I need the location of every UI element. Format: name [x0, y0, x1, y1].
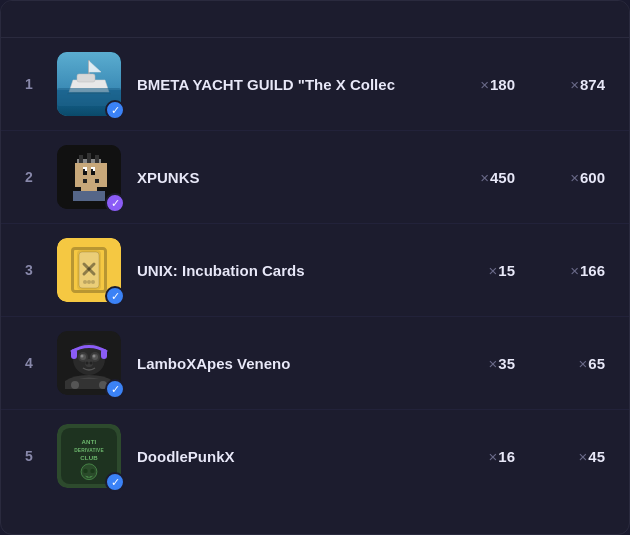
- verified-badge: ✓: [105, 100, 125, 120]
- table-header: [1, 1, 629, 38]
- svg-rect-13: [75, 163, 79, 167]
- collection-info: BMETA YACHT GUILD "The X Collec: [137, 76, 415, 93]
- floor-value: ×450: [415, 169, 515, 186]
- svg-rect-16: [79, 155, 83, 163]
- svg-point-59: [86, 362, 89, 365]
- floor-value: ×16: [415, 448, 515, 465]
- table-body: 1: [1, 38, 629, 502]
- verified-badge: ✓: [105, 193, 125, 213]
- svg-point-57: [93, 355, 96, 358]
- floor-value: ×35: [415, 355, 515, 372]
- nft-leaderboard: 1: [0, 0, 630, 535]
- svg-rect-17: [87, 153, 91, 163]
- volume-value: ×600: [515, 169, 605, 186]
- svg-rect-40: [81, 187, 97, 191]
- svg-rect-39: [75, 183, 107, 187]
- collection-name: UNIX: Incubation Cards: [137, 262, 415, 279]
- svg-rect-14: [79, 163, 103, 167]
- svg-point-63: [71, 381, 79, 389]
- svg-rect-33: [79, 179, 83, 183]
- volume-multiplier: ×: [570, 76, 579, 93]
- collection-info: XPUNKS: [137, 169, 415, 186]
- volume-multiplier: ×: [570, 169, 579, 186]
- svg-rect-15: [103, 163, 107, 167]
- volume-multiplier: ×: [579, 448, 588, 465]
- rank-number: 2: [25, 169, 45, 185]
- floor-multiplier: ×: [480, 169, 489, 186]
- collection-name: BMETA YACHT GUILD "The X Collec: [137, 76, 415, 93]
- svg-rect-38: [103, 179, 107, 183]
- svg-point-56: [81, 355, 84, 358]
- svg-point-70: [83, 469, 87, 473]
- table-row[interactable]: 3 ✓ UNIX: Incubation: [1, 224, 629, 317]
- checkmark-icon: ✓: [111, 477, 120, 488]
- volume-multiplier: ×: [579, 355, 588, 372]
- svg-rect-36: [95, 179, 99, 183]
- svg-rect-22: [87, 167, 91, 175]
- svg-rect-30: [79, 175, 103, 179]
- collection-name: XPUNKS: [137, 169, 415, 186]
- collection-image-wrapper: ✓: [57, 52, 121, 116]
- table-row[interactable]: 2: [1, 131, 629, 224]
- volume-value: ×65: [515, 355, 605, 372]
- collection-name: LamboXApes Veneno: [137, 355, 415, 372]
- floor-value: ×180: [415, 76, 515, 93]
- svg-line-45: [84, 264, 94, 274]
- collection-image-wrapper: ✓: [57, 238, 121, 302]
- floor-multiplier: ×: [489, 262, 498, 279]
- svg-rect-26: [103, 167, 107, 175]
- floor-multiplier: ×: [489, 448, 498, 465]
- collection-info: DoodlePunkX: [137, 448, 415, 465]
- svg-rect-24: [95, 167, 99, 175]
- collection-image-wrapper: ✓: [57, 331, 121, 395]
- svg-rect-41: [73, 191, 105, 201]
- table-row[interactable]: 4: [1, 317, 629, 410]
- svg-text:CLUB: CLUB: [80, 454, 98, 461]
- svg-text:DERIVATIVE: DERIVATIVE: [74, 448, 104, 453]
- checkmark-icon: ✓: [111, 384, 120, 395]
- svg-point-49: [91, 280, 95, 284]
- floor-multiplier: ×: [480, 76, 489, 93]
- verified-badge: ✓: [105, 472, 125, 492]
- rank-number: 4: [25, 355, 45, 371]
- svg-text:ANTI: ANTI: [82, 438, 97, 445]
- svg-rect-31: [103, 175, 107, 179]
- collection-info: LamboXApes Veneno: [137, 355, 415, 372]
- svg-rect-35: [87, 179, 95, 183]
- rank-number: 3: [25, 262, 45, 278]
- checkmark-icon: ✓: [111, 198, 120, 209]
- volume-multiplier: ×: [570, 262, 579, 279]
- collection-image-wrapper: ✓: [57, 145, 121, 209]
- svg-point-71: [90, 469, 94, 473]
- svg-line-46: [84, 264, 94, 274]
- svg-rect-43: [77, 250, 101, 290]
- volume-value: ×45: [515, 448, 605, 465]
- collection-info: UNIX: Incubation Cards: [137, 262, 415, 279]
- volume-value: ×874: [515, 76, 605, 93]
- verified-badge: ✓: [105, 379, 125, 399]
- svg-rect-28: [91, 169, 93, 171]
- rank-number: 1: [25, 76, 45, 92]
- svg-rect-19: [75, 167, 79, 175]
- svg-point-60: [90, 362, 93, 365]
- svg-point-47: [83, 280, 87, 284]
- svg-rect-29: [75, 175, 79, 179]
- svg-point-48: [87, 280, 91, 284]
- svg-rect-27: [83, 169, 85, 171]
- checkmark-icon: ✓: [111, 105, 120, 116]
- rank-number: 5: [25, 448, 45, 464]
- collection-image-wrapper: ANTI DERIVATIVE CLUB ✓: [57, 424, 121, 488]
- checkmark-icon: ✓: [111, 291, 120, 302]
- floor-value: ×15: [415, 262, 515, 279]
- collection-name: DoodlePunkX: [137, 448, 415, 465]
- svg-rect-3: [77, 74, 95, 82]
- table-row[interactable]: 5 ANTI DERIVATIVE CLUB ✓: [1, 410, 629, 502]
- table-row[interactable]: 1: [1, 38, 629, 131]
- svg-rect-18: [95, 155, 99, 163]
- floor-multiplier: ×: [489, 355, 498, 372]
- svg-rect-32: [75, 179, 79, 183]
- svg-rect-20: [79, 167, 83, 175]
- svg-rect-37: [99, 179, 103, 183]
- volume-value: ×166: [515, 262, 605, 279]
- verified-badge: ✓: [105, 286, 125, 306]
